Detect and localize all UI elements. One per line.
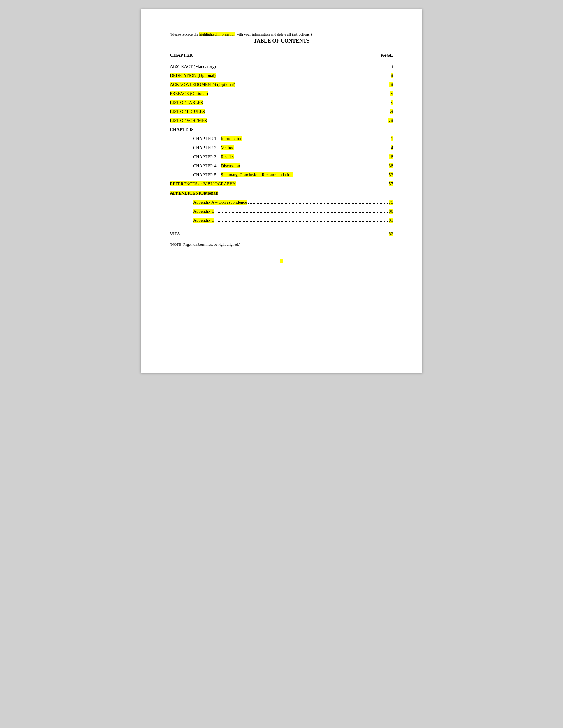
abstract-label: ABSTRACT (Mandatory)	[170, 64, 216, 69]
chapter3-page: 18	[389, 154, 393, 159]
list-of-figures-dots	[206, 113, 389, 113]
appendix-b-page: 80	[389, 209, 393, 214]
instruction-text: (Please replace the highlighted informat…	[170, 32, 393, 37]
toc-entry-chapter3: CHAPTER 3 – Results 18	[170, 154, 393, 159]
appendices-heading-row: APPENDICES (Optional)	[170, 190, 393, 196]
toc-entry-chapter4: CHAPTER 4 – Discussion 38	[170, 163, 393, 168]
toc-entry-chapter2: CHAPTER 2 – Method 4	[170, 145, 393, 150]
chapter3-label: CHAPTER 3 – Results	[193, 154, 234, 159]
chapter2-page: 4	[391, 145, 394, 150]
chapter4-title: Discussion	[221, 163, 240, 168]
chapter-header-label: CHAPTER	[170, 53, 193, 58]
appendix-c-dots	[216, 221, 388, 222]
toc-entry-list-of-schemes: LIST OF SCHEMES vii	[170, 118, 393, 123]
toc-entry-list-of-figures: LIST OF FIGURES vi	[170, 109, 393, 114]
note-text: (NOTE: Page numbers must be right-aligne…	[170, 242, 393, 247]
toc-entry-references: REFERENCES or BIBLIOGRAPHY 57	[170, 181, 393, 186]
chapter2-dots	[235, 149, 390, 149]
vita-page: 82	[389, 232, 393, 236]
abstract-dots	[217, 68, 391, 68]
list-of-schemes-dots	[208, 122, 387, 122]
chapter5-title: Summary, Conclusion, Recommendation	[221, 172, 293, 177]
chapter3-dots	[235, 158, 388, 158]
chapter4-page: 38	[389, 163, 393, 168]
acknowledgments-dots	[236, 86, 389, 86]
list-of-schemes-page: vii	[389, 118, 393, 123]
appendix-a-label: Appendix A – Correspondence	[193, 200, 247, 205]
acknowledgments-page: iii	[389, 82, 393, 87]
appendix-a-page: 75	[389, 200, 393, 205]
list-of-figures-page: vi	[390, 109, 393, 114]
preface-page: iv	[390, 91, 393, 96]
toc-entry-preface: PREFACE (Optional) iv	[170, 91, 393, 96]
vita-row: VITA 82	[170, 232, 393, 236]
chapter1-page: 1	[391, 136, 394, 141]
chapter1-dots	[243, 140, 390, 140]
list-of-tables-dots	[204, 104, 390, 104]
chapters-heading: CHAPTERS	[170, 127, 393, 132]
references-label: REFERENCES or BIBLIOGRAPHY	[170, 181, 236, 186]
page: (Please replace the highlighted informat…	[141, 9, 422, 373]
toc-entry-acknowledgments: ACKNOWLEDGMENTS (Optional) iii	[170, 82, 393, 87]
instruction-after: with your information and delete all ins…	[235, 32, 312, 36]
acknowledgments-label: ACKNOWLEDGMENTS (Optional)	[170, 82, 235, 87]
appendix-b-dots	[216, 212, 388, 213]
appendix-a-title: Correspondence	[218, 200, 247, 204]
chapter2-title: Method	[221, 145, 234, 150]
chapter4-label: CHAPTER 4 – Discussion	[193, 163, 240, 168]
toc-entry-appendix-b: Appendix B 80	[170, 209, 393, 214]
toc-entry-list-of-tables: LIST OF TABLES v	[170, 100, 393, 105]
vita-dots	[187, 235, 388, 235]
footer-page-number: ii	[170, 259, 393, 263]
chapter5-label: CHAPTER 5 – Summary, Conclusion, Recomme…	[193, 172, 293, 177]
preface-dots	[209, 95, 389, 95]
appendix-b-label: Appendix B	[193, 209, 214, 214]
preface-label: PREFACE (Optional)	[170, 91, 208, 96]
toc-header-row: CHAPTER PAGE	[170, 53, 393, 59]
chapter3-title: Results	[221, 154, 234, 159]
toc-entry-abstract: ABSTRACT (Mandatory) i	[170, 64, 393, 69]
abstract-page: i	[392, 64, 393, 69]
chapter5-page: 53	[389, 172, 393, 177]
list-of-figures-label: LIST OF FIGURES	[170, 109, 205, 114]
page-header-label: PAGE	[381, 53, 393, 58]
chapter5-dots	[294, 176, 388, 176]
appendices-heading: APPENDICES (Optional)	[170, 191, 218, 195]
toc-entry-chapter1: CHAPTER 1 – Introduction 1	[170, 136, 393, 141]
chapter1-label: CHAPTER 1 – Introduction	[193, 136, 242, 141]
toc-entry-chapter5: CHAPTER 5 – Summary, Conclusion, Recomme…	[170, 172, 393, 177]
footer-page-value: ii	[280, 259, 283, 263]
page-title: TABLE OF CONTENTS	[170, 38, 393, 44]
list-of-tables-page: v	[391, 100, 394, 105]
vita-label: VITA	[170, 232, 180, 236]
references-page: 57	[389, 181, 393, 186]
instruction-highlight: highlighted information	[199, 32, 235, 36]
appendix-c-page: 81	[389, 218, 393, 223]
chapter1-title: Introduction	[221, 136, 242, 141]
instruction-before: (Please replace the	[170, 32, 199, 36]
list-of-tables-label: LIST OF TABLES	[170, 100, 203, 105]
toc-entry-appendix-c: Appendix C 81	[170, 218, 393, 223]
toc-entry-appendix-a: Appendix A – Correspondence 75	[170, 200, 393, 205]
dedication-dots	[217, 77, 390, 77]
chapter2-label: CHAPTER 2 – Method	[193, 145, 234, 150]
appendix-c-label: Appendix C	[193, 218, 214, 223]
appendix-a-dots	[248, 203, 388, 204]
dedication-page: ii	[391, 73, 393, 78]
list-of-schemes-label: LIST OF SCHEMES	[170, 118, 207, 123]
references-dots	[237, 185, 388, 185]
dedication-label: DEDICATION (Optional)	[170, 73, 216, 78]
toc-entry-dedication: DEDICATION (Optional) ii	[170, 73, 393, 78]
